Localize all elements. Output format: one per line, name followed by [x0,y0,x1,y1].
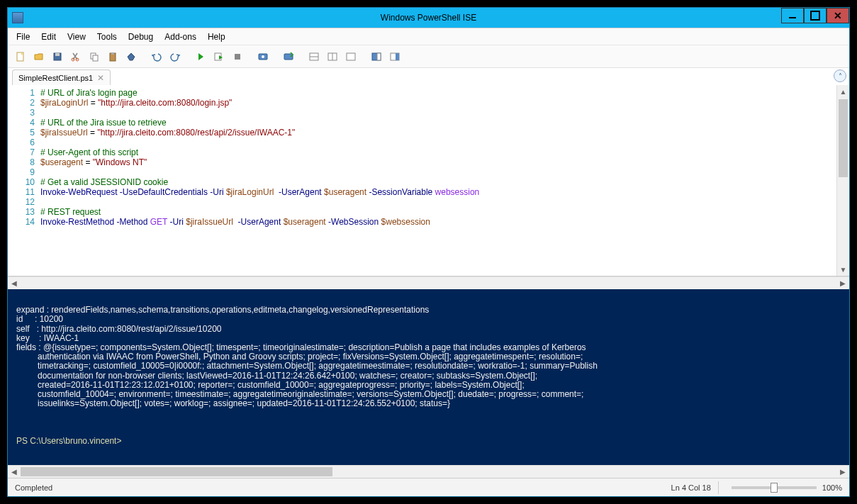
script-editor[interactable]: 1234567891011121314 # URL of Jira's logi… [8,85,849,276]
redo-icon[interactable] [167,48,184,65]
status-message: Completed [15,483,52,492]
menu-addons[interactable]: Add-ons [159,30,202,43]
menubar: File Edit View Tools Debug Add-ons Help [8,28,849,45]
minimize-button[interactable] [781,8,804,23]
client-area: File Edit View Tools Debug Add-ons Help [8,28,849,496]
stop-icon[interactable] [229,48,246,65]
menu-debug[interactable]: Debug [123,30,159,43]
menu-file[interactable]: File [11,30,35,43]
collapse-script-pane-icon[interactable]: ˄ [834,69,846,82]
window-title: Windows PowerShell ISE [381,13,476,23]
show-command-icon[interactable] [368,48,385,65]
zoom-percent: 100% [822,483,842,492]
svg-rect-6 [93,55,98,61]
svg-rect-18 [347,53,355,60]
svg-rect-2 [55,53,60,56]
layout-side-icon[interactable] [324,48,341,65]
new-remote-tab-icon[interactable] [280,48,297,65]
menu-help[interactable]: Help [202,30,231,43]
run-selection-icon[interactable] [211,48,228,65]
scroll-down-icon[interactable]: ▼ [837,263,849,276]
window-frame: Windows PowerShell ISE ✕ File Edit View … [7,7,850,497]
line-number-gutter: 1234567891011121314 [8,85,40,276]
code-area[interactable]: # URL of Jira's login page$jiraLoginUrl … [40,85,836,276]
svg-rect-22 [396,53,399,60]
editor-vertical-scrollbar[interactable]: ▲ ▼ [836,85,849,276]
tab-close-icon[interactable]: ✕ [97,73,104,83]
close-button[interactable]: ✕ [827,8,849,23]
paste-icon[interactable] [104,48,121,65]
panes: 1234567891011121314 # URL of Jira's logi… [8,85,849,478]
zoom-handle[interactable] [771,483,778,493]
cursor-position: Ln 4 Col 18 [671,483,711,492]
toolbar [8,45,849,68]
copy-icon[interactable] [86,48,103,65]
scroll-right-icon[interactable]: ▶ [836,279,849,287]
svg-rect-20 [377,53,381,60]
svg-point-12 [262,55,264,58]
console-pane-wrap: expand : renderedFields,names,schema,tra… [8,289,849,478]
scroll-up-icon[interactable]: ▲ [837,85,849,98]
svg-rect-10 [235,54,240,60]
console-prompt: PS C:\Users\bruno.vincent> [16,436,124,446]
scroll-right-icon[interactable]: ▶ [836,468,849,476]
zoom-slider[interactable] [732,486,817,489]
maximize-button[interactable] [804,8,827,23]
titlebar[interactable]: Windows PowerShell ISE ✕ [8,8,849,28]
console-pane[interactable]: expand : renderedFields,names,schema,tra… [8,289,849,465]
undo-icon[interactable] [148,48,165,65]
statusbar: Completed Ln 4 Col 18 100% [8,478,849,496]
menu-tools[interactable]: Tools [91,30,123,43]
open-icon[interactable] [30,48,47,65]
save-icon[interactable] [49,48,66,65]
editor-horizontal-scrollbar[interactable]: ◀ ▶ [8,276,849,289]
scroll-left-icon[interactable]: ◀ [8,468,21,476]
tab-label: SimpleRestClient.ps1 [18,74,93,82]
new-file-icon[interactable] [12,48,29,65]
console-output: expand : renderedFields,names,schema,tra… [16,305,598,408]
tabbar: SimpleRestClient.ps1 ✕ ˄ [8,68,849,85]
scroll-thumb[interactable] [839,99,848,177]
console-horizontal-scrollbar[interactable]: ◀ ▶ [8,465,849,478]
scroll-thumb[interactable] [21,467,332,476]
show-addon-icon[interactable] [386,48,403,65]
svg-rect-13 [284,54,293,60]
run-icon[interactable] [192,48,209,65]
menu-edit[interactable]: Edit [35,30,62,43]
app-icon [12,12,23,23]
layout-split-icon[interactable] [306,48,323,65]
clear-icon[interactable] [123,48,140,65]
cut-icon[interactable] [67,48,84,65]
remote-icon[interactable] [254,48,271,65]
svg-rect-8 [111,52,114,55]
menu-view[interactable]: View [62,30,91,43]
scroll-left-icon[interactable]: ◀ [8,279,21,287]
layout-full-icon[interactable] [342,48,359,65]
script-tab[interactable]: SimpleRestClient.ps1 ✕ [12,69,111,85]
